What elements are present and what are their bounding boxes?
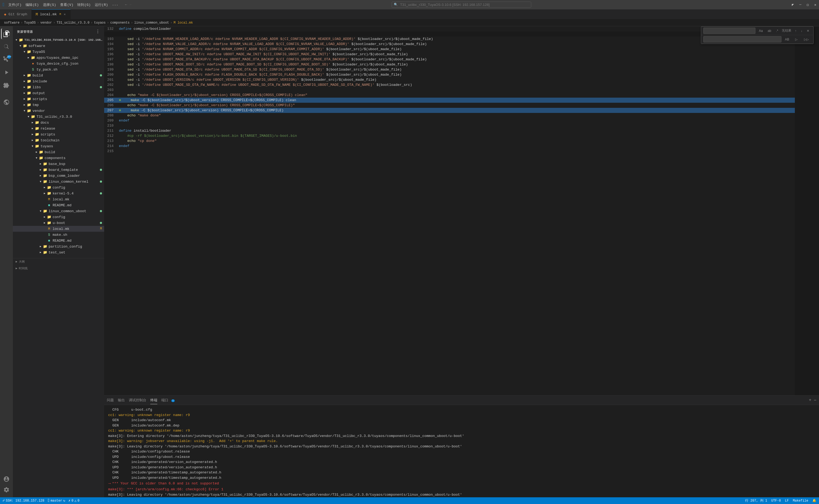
- tree-tmp[interactable]: ► 📁 tmp: [13, 102, 104, 108]
- menu-file[interactable]: 文件(F): [8, 2, 21, 7]
- nav-forward[interactable]: →: [129, 3, 131, 7]
- breadcrumb-file[interactable]: M local.mk: [174, 21, 193, 25]
- replace-all-btn[interactable]: ▷▷: [802, 37, 811, 42]
- tab-problems[interactable]: 问题: [107, 396, 114, 404]
- breadcrumb-components[interactable]: components: [110, 21, 130, 25]
- replace-btn[interactable]: ▷: [793, 37, 800, 42]
- minimize-icon[interactable]: ─: [799, 3, 802, 7]
- prev-match-btn[interactable]: ↑: [793, 28, 798, 34]
- match-word-btn[interactable]: ab: [766, 28, 773, 34]
- status-errors[interactable]: ✗ 0 △ 0: [68, 499, 79, 503]
- tree-tuyaos2[interactable]: ▼ 📁 tuyaos: [13, 143, 104, 149]
- close-icon[interactable]: ✕: [814, 3, 816, 7]
- tree-u-boot[interactable]: ► 📁 u-boot: [13, 220, 104, 226]
- code-editor[interactable]: 132 define compile/bootloader 193 sed -i…: [104, 26, 795, 395]
- breadcrumb-linux-uboot[interactable]: linux_common_uboot: [134, 21, 169, 25]
- activity-extensions[interactable]: [1, 80, 12, 91]
- menu-view[interactable]: 查看(V): [60, 2, 73, 7]
- tree-software[interactable]: ▼ 📁 software: [13, 43, 104, 49]
- global-search-input[interactable]: [392, 2, 531, 8]
- tree-linux-uboot[interactable]: ▼ 📁 linux_common_uboot: [13, 208, 104, 214]
- status-encoding[interactable]: UTF-8: [771, 498, 781, 503]
- tree-ty-pack[interactable]: $ ty_pack.sh: [13, 67, 104, 72]
- menu-select[interactable]: 选择(S): [43, 2, 56, 7]
- activity-explorer[interactable]: [1, 28, 12, 39]
- tree-apps[interactable]: ► 📁 apps/tuyaos_demo_ipc: [13, 55, 104, 61]
- tree-build[interactable]: ► 📁 build: [13, 72, 104, 78]
- tree-local-mk-active[interactable]: M local.mk M: [13, 226, 104, 232]
- tree-base-bsp[interactable]: ► 📁 base_bsp: [13, 161, 104, 167]
- activity-run[interactable]: [1, 67, 12, 78]
- tree-build2[interactable]: ► 📁 build: [13, 149, 104, 155]
- tree-readme-uboot[interactable]: ■ README.md: [13, 238, 104, 244]
- find-input[interactable]: [703, 28, 755, 34]
- nav-back[interactable]: ←: [125, 3, 127, 7]
- tree-include[interactable]: ► 📁 include: [13, 78, 104, 84]
- tree-config-uboot[interactable]: ► 📁 config: [13, 214, 104, 220]
- layout-icon[interactable]: ◤: [792, 3, 794, 7]
- activity-remote[interactable]: [1, 97, 12, 108]
- menu-run[interactable]: 运行(R): [95, 2, 108, 7]
- match-case-btn[interactable]: Aa: [757, 28, 765, 34]
- tree-local-mk-kernel[interactable]: M local.mk: [13, 196, 104, 202]
- tree-linux-kernel[interactable]: ▼ 📁 linux_common_kernel: [13, 179, 104, 185]
- tree-bsp-comm-loader[interactable]: ► 📁 bsp_comm_loader: [13, 173, 104, 179]
- status-ssh[interactable]: ☍ SSH: 192.168.157.128: [3, 499, 44, 503]
- workspace-root[interactable]: ▼ 📁 T31_UCLIBC_R330_TUYAOS-3.10.6 [SSH: …: [13, 37, 104, 43]
- maximize-icon[interactable]: ◻: [807, 3, 809, 7]
- activity-search[interactable]: [1, 41, 12, 52]
- status-language[interactable]: Makefile: [793, 498, 808, 503]
- tree-partition-config[interactable]: ► 📁 partition_config: [13, 244, 104, 249]
- tree-docs[interactable]: ► 📁 docs: [13, 120, 104, 126]
- tab-debug-console[interactable]: 调试控制台: [129, 396, 146, 404]
- next-match-btn[interactable]: ↓: [799, 28, 804, 34]
- menu-goto[interactable]: 转到(G): [77, 2, 90, 7]
- tree-vendor[interactable]: ▼ 📁 vendor: [13, 108, 104, 114]
- timeline-section[interactable]: ► 时间线: [13, 265, 104, 272]
- preserve-case-btn[interactable]: AB: [783, 37, 791, 42]
- tab-ports[interactable]: 端口 1: [161, 396, 175, 404]
- breadcrumb-vendor[interactable]: vendor: [40, 21, 52, 25]
- breadcrumb-tuyaos2[interactable]: tuyaos: [94, 21, 105, 25]
- breadcrumb-t31[interactable]: T31_uclibc_r3.3.0: [57, 21, 89, 25]
- tree-t31[interactable]: ▼ 📁 T31_uclibc_r3.3.0: [13, 114, 104, 120]
- tab-terminal[interactable]: 终端: [150, 396, 157, 404]
- status-branch[interactable]: ⌷ master ↻: [47, 499, 65, 503]
- tree-kernel54[interactable]: ► 📁 kernel-5.4: [13, 190, 104, 196]
- tree-toolchain[interactable]: ► 📁 toolchain: [13, 137, 104, 143]
- tree-tuya-cfg[interactable]: ● tuya_device_cfg.json: [13, 61, 104, 67]
- tree-test-set[interactable]: ► 📁 test_set: [13, 249, 104, 255]
- activity-accounts[interactable]: [1, 474, 12, 484]
- tab-output[interactable]: 输出: [118, 396, 125, 404]
- tree-config-kernel[interactable]: ► 📁 config: [13, 185, 104, 190]
- tree-libs[interactable]: ► 📁 libs: [13, 84, 104, 90]
- close-find-btn[interactable]: ✕: [805, 28, 811, 34]
- terminal-content[interactable]: CFG u-boot.cfg cc1: warning: unknown reg…: [104, 405, 819, 497]
- new-file-icon[interactable]: ⋮: [95, 29, 100, 34]
- outline-section[interactable]: ► 大纲: [13, 258, 104, 265]
- menu-more[interactable]: ...: [112, 2, 118, 7]
- tree-components[interactable]: ▼ 📁 components: [13, 155, 104, 161]
- breadcrumb-software[interactable]: software: [4, 21, 20, 25]
- activity-settings[interactable]: [1, 484, 12, 495]
- tree-tuyaos[interactable]: ▼ 📁 TuyaOS: [13, 49, 104, 55]
- tab-git-graph[interactable]: ◆ Git Graph: [0, 9, 32, 19]
- status-feedback[interactable]: 🔔: [812, 498, 816, 503]
- terminal-add-btn[interactable]: +: [809, 398, 811, 403]
- tree-board-template[interactable]: ► 📁 board_template: [13, 167, 104, 173]
- status-line-ending[interactable]: LF: [785, 498, 789, 503]
- tab-close-button[interactable]: ✕: [63, 12, 66, 17]
- terminal-more-btn[interactable]: ⋯: [814, 398, 816, 403]
- tree-make-sh[interactable]: $ make.sh: [13, 232, 104, 238]
- tab-local-mk[interactable]: M local.mk M ✕: [32, 9, 71, 19]
- tree-release[interactable]: ► 📁 release: [13, 126, 104, 131]
- tree-readme-kernel[interactable]: ■ README.md: [13, 202, 104, 208]
- tree-scripts2[interactable]: ► 📁 scripts: [13, 131, 104, 137]
- status-position[interactable]: 行 207, 列 1: [745, 498, 767, 503]
- breadcrumb-tuyaos[interactable]: TuyaOS: [24, 21, 36, 25]
- replace-input[interactable]: [703, 36, 781, 42]
- activity-scm[interactable]: 1K+: [1, 54, 12, 65]
- tree-output[interactable]: ► 📁 output: [13, 90, 104, 96]
- regex-btn[interactable]: .*: [774, 28, 780, 34]
- tree-scripts[interactable]: ► 📁 scripts: [13, 96, 104, 102]
